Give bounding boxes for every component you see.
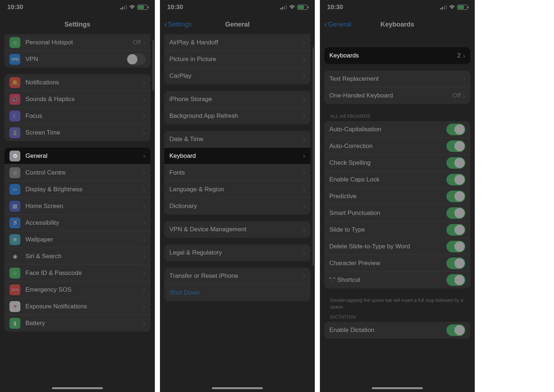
row-picture-in-picture[interactable]: Picture in Picture›: [164, 51, 310, 68]
row-label: Date & Time: [169, 136, 303, 143]
row-legal-regulatory[interactable]: Legal & Regulatory›: [164, 244, 310, 261]
row-vpn-device-management[interactable]: VPN & Device Management›: [164, 221, 310, 238]
row-language-region[interactable]: Language & Region›: [164, 181, 310, 198]
toggle[interactable]: [446, 274, 465, 286]
toggle[interactable]: [446, 241, 465, 252]
row-shut-down[interactable]: Shut Down: [164, 284, 310, 301]
chevron-right-icon: ›: [463, 92, 465, 100]
row-slide-to-type[interactable]: Slide to Type: [324, 221, 470, 238]
back-button[interactable]: ‹ Settings: [164, 20, 192, 29]
row--shortcut[interactable]: "." Shortcut: [324, 272, 470, 288]
chevron-right-icon: ›: [303, 168, 305, 177]
row-label: Exposure Notifications: [25, 303, 143, 310]
row-keyboard[interactable]: Keyboard›: [164, 148, 310, 164]
row-label: AirPlay & Handoff: [169, 39, 303, 46]
row-face-id-passcode[interactable]: ☺Face ID & Passcode›: [4, 265, 150, 281]
general-list[interactable]: AirPlay & Handoff›Picture in Picture›Car…: [160, 34, 315, 392]
row-delete-slide-to-type-by-word[interactable]: Delete Slide-to-Type by Word: [324, 238, 470, 255]
dictation-toggle[interactable]: [446, 324, 465, 336]
row-notifications[interactable]: 🔔Notifications›: [4, 74, 150, 91]
row-general[interactable]: ⚙General›: [4, 148, 150, 164]
row-siri-search[interactable]: ◉Siri & Search›: [4, 248, 150, 265]
row-enable-dictation[interactable]: Enable Dictation: [324, 322, 470, 339]
chevron-right-icon: ›: [143, 235, 145, 244]
row-sounds-haptics[interactable]: 🔊Sounds & Haptics›: [4, 91, 150, 108]
chevron-right-icon: ›: [303, 112, 305, 120]
keyboards-list[interactable]: Keyboards 2 › Text Replacement›One-Hande…: [320, 34, 475, 392]
row-background-app-refresh[interactable]: Background App Refresh›: [164, 108, 310, 124]
row-label: Control Centre: [25, 169, 143, 176]
row-smart-punctuation[interactable]: Smart Punctuation: [324, 205, 470, 221]
toggle[interactable]: [446, 224, 465, 236]
row-emergency-sos[interactable]: SOSEmergency SOS›: [4, 281, 150, 298]
cellular-icon: [120, 5, 127, 9]
row-exposure-notifications[interactable]: ☀Exposure Notifications›: [4, 298, 150, 315]
toggle[interactable]: [446, 157, 465, 169]
chevron-right-icon: ›: [303, 249, 305, 257]
row-label: Legal & Regulatory: [169, 249, 303, 256]
toggle[interactable]: [446, 174, 465, 185]
row-focus[interactable]: ☾Focus›: [4, 108, 150, 124]
row-transfer-or-reset-iphone[interactable]: Transfer or Reset iPhone›: [164, 268, 310, 284]
row-predictive[interactable]: Predictive: [324, 188, 470, 205]
wallpaper-icon: ❀: [9, 234, 20, 245]
toggle[interactable]: [446, 257, 465, 269]
grid-icon: ▦: [9, 201, 20, 212]
back-button[interactable]: ‹ General: [324, 20, 351, 29]
row-dictionary[interactable]: Dictionary›: [164, 198, 310, 215]
row-label: Personal Hotspot: [25, 39, 133, 46]
row-fonts[interactable]: Fonts›: [164, 164, 310, 181]
toggle[interactable]: [446, 191, 465, 202]
home-indicator[interactable]: [212, 387, 263, 389]
row-auto-correction[interactable]: Auto-Correction: [324, 138, 470, 155]
battery-status-icon: [137, 5, 148, 10]
status-bar: 10:30: [160, 0, 315, 15]
back-label: General: [328, 21, 351, 28]
row-accessibility[interactable]: ♿Accessibility›: [4, 215, 150, 231]
toggle[interactable]: [446, 140, 465, 152]
row-battery[interactable]: ▮Battery›: [4, 315, 150, 332]
row-label: Delete Slide-to-Type by Word: [329, 243, 446, 250]
row-character-preview[interactable]: Character Preview: [324, 255, 470, 272]
row-label: Fonts: [169, 169, 303, 176]
row-airplay-handoff[interactable]: AirPlay & Handoff›: [164, 34, 310, 51]
scrollbar[interactable]: [153, 40, 154, 91]
home-indicator[interactable]: [372, 387, 423, 389]
row-label: Focus: [25, 112, 143, 120]
gear-icon: ⚙: [9, 151, 20, 161]
row-vpn[interactable]: VPN VPN: [4, 51, 150, 68]
row-iphone-storage[interactable]: iPhone Storage›: [164, 91, 310, 108]
toggle[interactable]: [446, 124, 465, 135]
row-text-replacement[interactable]: Text Replacement›: [324, 71, 470, 87]
home-indicator[interactable]: [52, 387, 103, 389]
chevron-right-icon: ›: [303, 202, 305, 211]
vpn-icon: VPN: [9, 54, 20, 65]
row-one-handed-keyboard[interactable]: One-Handed KeyboardOff›: [324, 87, 470, 104]
row-label: Language & Region: [169, 186, 303, 193]
cellular-icon: [280, 5, 287, 9]
scrollbar[interactable]: [313, 47, 314, 265]
row-carplay[interactable]: CarPlay›: [164, 68, 310, 84]
row-check-spelling[interactable]: Check Spelling: [324, 155, 470, 171]
toggle[interactable]: [446, 207, 465, 219]
phone-general: 10:30 ‹ Settings General AirPlay & Hando…: [160, 0, 315, 392]
row-enable-caps-lock[interactable]: Enable Caps Lock: [324, 171, 470, 188]
chevron-right-icon: ›: [143, 185, 145, 193]
settings-list[interactable]: ⎋ Personal Hotspot Off › VPN VPN 🔔Notifi…: [0, 34, 155, 392]
row-control-centre[interactable]: ⎚Control Centre›: [4, 164, 150, 181]
row-home-screen[interactable]: ▦Home Screen›: [4, 198, 150, 215]
row-date-time[interactable]: Date & Time›: [164, 131, 310, 148]
chevron-right-icon: ›: [143, 202, 145, 210]
row-screen-time[interactable]: ⏳Screen Time›: [4, 124, 150, 141]
row-auto-capitalisation[interactable]: Auto-Capitalisation: [324, 121, 470, 138]
group-vpn-mgmt: VPN & Device Management›: [164, 221, 310, 238]
chevron-right-icon: ›: [143, 129, 145, 137]
row-wallpaper[interactable]: ❀Wallpaper›: [4, 231, 150, 248]
group-dictation: Enable Dictation: [324, 322, 470, 339]
chevron-right-icon: ›: [143, 219, 145, 227]
row-display-brightness[interactable]: AADisplay & Brightness›: [4, 181, 150, 198]
row-label: VPN & Device Management: [169, 226, 303, 233]
vpn-toggle[interactable]: [127, 53, 145, 65]
row-keyboards[interactable]: Keyboards 2 ›: [324, 47, 470, 64]
row-hotspot[interactable]: ⎋ Personal Hotspot Off ›: [4, 34, 150, 51]
